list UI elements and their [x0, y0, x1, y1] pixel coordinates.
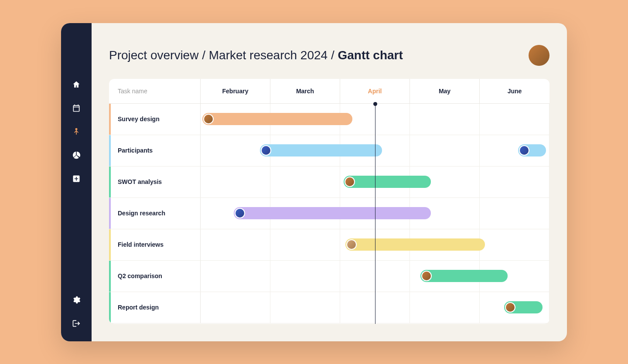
assignee-avatar[interactable] — [505, 302, 515, 313]
task-name-cell[interactable]: Design research — [109, 198, 201, 229]
main-content: Project overview / Market research 2024 … — [92, 23, 567, 341]
task-bar[interactable] — [260, 144, 382, 156]
gantt-row: Survey design — [109, 104, 550, 135]
task-bar[interactable] — [518, 144, 546, 156]
task-bar[interactable] — [234, 207, 431, 219]
assignee-avatar[interactable] — [346, 239, 357, 250]
task-bar[interactable] — [344, 176, 431, 188]
settings-icon[interactable] — [72, 295, 81, 305]
task-name-cell[interactable]: Survey design — [109, 104, 201, 135]
assignee-avatar[interactable] — [421, 271, 432, 281]
month-header[interactable]: February — [201, 79, 270, 103]
month-header[interactable]: April — [340, 79, 410, 103]
task-bar[interactable] — [420, 270, 508, 282]
task-name-cell[interactable]: Report design — [109, 292, 201, 323]
task-name-cell[interactable]: Field interviews — [109, 229, 201, 260]
task-name-header: Task name — [109, 79, 201, 103]
task-name-cell[interactable]: SWOT analysis — [109, 167, 201, 197]
task-bar[interactable] — [504, 301, 543, 313]
app-window: Project overview / Market research 2024 … — [61, 23, 567, 341]
header: Project overview / Market research 2024 … — [92, 23, 567, 79]
breadcrumb-current: Gantt chart — [338, 48, 403, 62]
gantt-chart: Task nameFebruaryMarchAprilMayJune Surve… — [109, 79, 550, 324]
task-bar[interactable] — [345, 238, 485, 251]
gantt-row: Participants — [109, 135, 550, 167]
task-name-cell[interactable]: Participants — [109, 135, 201, 166]
plus-square-icon[interactable] — [72, 174, 81, 184]
assignee-avatar[interactable] — [235, 208, 245, 218]
calendar-icon[interactable] — [72, 103, 81, 113]
home-icon[interactable] — [72, 80, 81, 89]
month-header[interactable]: June — [480, 79, 550, 103]
sidebar — [61, 23, 92, 341]
breadcrumb-part-1[interactable]: Project overview — [109, 48, 198, 62]
month-header[interactable]: May — [410, 79, 480, 103]
month-header[interactable]: March — [270, 79, 340, 103]
assignee-avatar[interactable] — [345, 177, 355, 187]
gantt-row: SWOT analysis — [109, 167, 550, 198]
breadcrumb: Project overview / Market research 2024 … — [109, 48, 403, 62]
task-name-cell[interactable]: Q2 comparison — [109, 261, 201, 292]
breadcrumb-part-2[interactable]: Market research 2024 — [209, 48, 328, 62]
assignee-avatar[interactable] — [519, 145, 529, 156]
task-bar[interactable] — [202, 113, 352, 125]
gantt-row: Design research — [109, 198, 550, 229]
assignee-avatar[interactable] — [203, 114, 214, 124]
current-date-marker — [375, 104, 375, 324]
chart-pie-icon[interactable] — [72, 150, 81, 160]
logout-icon[interactable] — [72, 319, 81, 328]
gantt-body: Survey designParticipantsSWOT analysisDe… — [109, 104, 550, 323]
gantt-row: Field interviews — [109, 229, 550, 261]
gantt-row: Q2 comparison — [109, 261, 550, 292]
user-avatar[interactable] — [529, 45, 550, 66]
gantt-header: Task nameFebruaryMarchAprilMayJune — [109, 79, 550, 104]
design-icon[interactable] — [72, 127, 81, 136]
gantt-row: Report design — [109, 292, 550, 323]
assignee-avatar[interactable] — [261, 145, 271, 156]
